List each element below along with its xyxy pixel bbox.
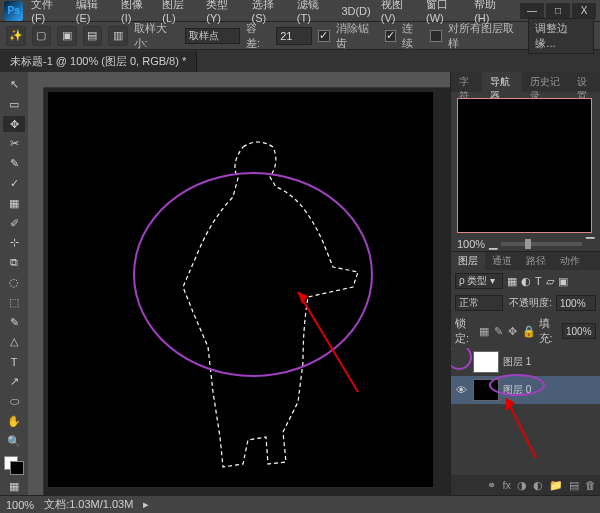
tool-gradient[interactable]: ◌ [3,274,25,291]
tool-hand[interactable]: ✋ [3,413,25,430]
fx-icon[interactable]: fx [502,479,511,491]
filter-smart-icon[interactable]: ▣ [558,275,568,288]
tool-eraser[interactable]: ⧉ [3,254,25,271]
status-bar: 100% 文档:1.03M/1.03M ▸ [0,495,600,513]
antialias-checkbox[interactable] [318,30,330,42]
lock-pixels-icon[interactable]: ✎ [493,324,504,338]
mask-icon[interactable]: ◑ [517,479,527,492]
tool-path[interactable]: ↗ [3,373,25,390]
lock-transparency-icon[interactable]: ▦ [478,324,489,338]
tolerance-label: 容差: [246,21,270,51]
all-layers-label: 对所有图层取样 [448,21,523,51]
status-zoom[interactable]: 100% [6,499,34,511]
sel-sub-icon[interactable]: ▤ [83,26,103,46]
lock-position-icon[interactable]: ✥ [507,324,518,338]
tab-navigator[interactable]: 导航器 [482,72,521,92]
tool-magic-wand[interactable]: ✥ [3,116,25,133]
min-button[interactable]: — [520,3,544,19]
menu-bar: Ps 文件(F) 编辑(E) 图像(I) 图层(L) 类型(Y) 选择(S) 滤… [0,0,600,22]
ruler-corner [28,72,44,88]
tab-paths[interactable]: 路径 [519,252,553,270]
layer-visibility-0[interactable]: 👁 [453,384,469,396]
navigator-panel: 100% ▁ ▔ [451,92,600,252]
menu-file[interactable]: 文件(F) [31,0,66,24]
zoom-out-icon[interactable]: ▁ [489,237,497,250]
ruler-horizontal[interactable] [44,72,450,88]
all-layers-checkbox[interactable] [430,30,442,42]
blend-mode-select[interactable]: 正常 [455,295,503,311]
sel-add-icon[interactable]: ▣ [57,26,77,46]
sel-int-icon[interactable]: ▥ [108,26,128,46]
tolerance-input[interactable] [276,27,312,45]
new-layer-icon[interactable]: ▤ [569,479,579,492]
tool-move[interactable]: ↖ [3,76,25,93]
group-icon[interactable]: 📁 [549,479,563,492]
quickmask-icon[interactable]: ▦ [3,478,25,495]
tool-type[interactable]: T [3,353,25,370]
tool-dodge[interactable]: ✎ [3,314,25,331]
navigator-thumb[interactable] [457,98,592,233]
layer-name-0[interactable]: 图层 0 [503,383,598,397]
svg-line-4 [506,398,536,458]
close-button[interactable]: X [572,3,596,19]
opacity-label: 不透明度: [509,296,552,310]
tool-stamp[interactable]: ✐ [3,215,25,232]
layer-row-1[interactable]: 图层 1 [451,348,600,376]
document-tabs: 未标题-1 @ 100% (图层 0, RGB/8) * [0,50,600,72]
tool-marquee[interactable]: ▭ [3,96,25,113]
tool-blur[interactable]: ⬚ [3,294,25,311]
filter-pixel-icon[interactable]: ▦ [507,275,517,288]
menu-edit[interactable]: 编辑(E) [76,0,111,24]
document-tab[interactable]: 未标题-1 @ 100% (图层 0, RGB/8) * [0,51,197,72]
lock-label: 锁定: [455,316,475,346]
menu-3d[interactable]: 3D(D) [341,5,370,17]
canvas[interactable] [48,92,433,487]
sample-size-select[interactable]: 取样点 [185,28,240,44]
refine-edge-button[interactable]: 调整边缘... [528,18,594,54]
nav-zoom-slider[interactable] [501,242,582,246]
contiguous-label: 连续 [402,21,423,51]
tab-character[interactable]: 字符 [451,72,482,92]
tool-eyedropper[interactable]: ✎ [3,155,25,172]
filter-type-icon[interactable]: T [535,275,542,287]
options-bar: ✨ ▢ ▣ ▤ ▥ 取样大小: 取样点 容差: 消除锯齿 连续 对所有图层取样 … [0,22,600,50]
tool-crop[interactable]: ✂ [3,135,25,152]
tool-history-brush[interactable]: ⊹ [3,235,25,252]
trash-icon[interactable]: 🗑 [585,479,596,491]
tab-settings[interactable]: 设置 [569,72,600,92]
ps-logo: Ps [4,1,23,21]
tab-actions[interactable]: 动作 [553,252,587,270]
status-doc-size[interactable]: 文档:1.03M/1.03M [44,497,133,512]
layer-row-0[interactable]: 👁 图层 0 [451,376,600,404]
layer-thumb-0[interactable] [473,379,499,401]
tool-healing[interactable]: ✓ [3,175,25,192]
tool-zoom[interactable]: 🔍 [3,433,25,450]
layer-thumb-1[interactable] [473,351,499,373]
tool-brush[interactable]: ▦ [3,195,25,212]
contiguous-checkbox[interactable] [385,30,397,42]
link-layers-icon[interactable]: ⚭ [487,479,496,492]
tool-shape[interactable]: ⬭ [3,393,25,410]
sel-new-icon[interactable]: ▢ [32,26,52,46]
layer-kind-select[interactable]: ρ 类型 ▾ [455,273,503,289]
tab-history[interactable]: 历史记录 [522,72,569,92]
selection-marquee [48,92,433,487]
color-swatch[interactable] [4,456,24,475]
menu-type[interactable]: 类型(Y) [206,0,241,24]
zoom-in-icon[interactable]: ▔ [586,237,594,250]
lock-all-icon[interactable]: 🔒 [522,324,536,338]
max-button[interactable]: □ [546,3,570,19]
tool-pen[interactable]: △ [3,334,25,351]
ruler-vertical[interactable] [28,88,44,495]
tab-layers[interactable]: 图层 [451,252,485,270]
menu-filter[interactable]: 滤镜(T) [297,0,332,24]
filter-shape-icon[interactable]: ▱ [546,275,554,288]
fill-input[interactable]: 100% [562,323,596,339]
opacity-input[interactable]: 100% [556,295,596,311]
filter-adj-icon[interactable]: ◐ [521,275,531,288]
magic-wand-icon[interactable]: ✨ [6,26,26,46]
adjustment-icon[interactable]: ◐ [533,479,543,492]
tab-channels[interactable]: 通道 [485,252,519,270]
canvas-area[interactable] [28,72,450,495]
layer-name-1[interactable]: 图层 1 [503,355,598,369]
